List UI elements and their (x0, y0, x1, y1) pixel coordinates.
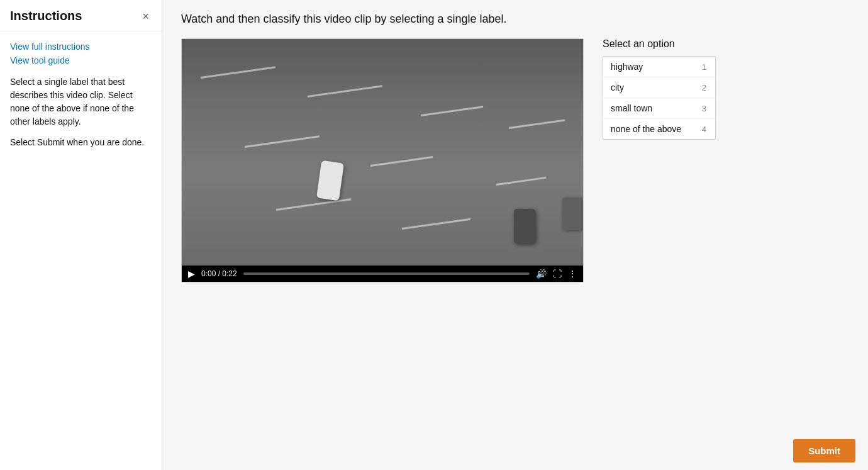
fullscreen-button[interactable]: ⛶ (553, 269, 562, 278)
view-tool-guide-link[interactable]: View tool guide (10, 55, 152, 65)
option-label-1: city (611, 82, 689, 92)
time-display: 0:00 / 0:22 (201, 269, 237, 278)
sidebar: Instructions × View full instructions Vi… (0, 0, 162, 470)
instruction-paragraph-1: Select a single label that best describe… (10, 76, 152, 128)
lane-line (509, 119, 565, 128)
video-frame[interactable] (182, 39, 584, 266)
car-2 (514, 209, 535, 243)
sidebar-header: Instructions × (0, 0, 162, 31)
video-controls: ▶ 0:00 / 0:22 🔊 ⛶ ⋮ (182, 266, 583, 282)
car-3 (562, 198, 582, 230)
option-label-0: highway (611, 62, 689, 72)
option-number-3: 4 (702, 125, 706, 134)
option-label-3: none of the above (611, 124, 689, 134)
option-item-highway[interactable]: highway1 (603, 57, 715, 77)
sidebar-title: Instructions (10, 9, 82, 23)
option-number-1: 2 (702, 83, 706, 92)
option-item-city[interactable]: city2 (603, 77, 715, 98)
lane-line (421, 106, 483, 116)
video-and-options: ▶ 0:00 / 0:22 🔊 ⛶ ⋮ (181, 38, 849, 283)
submit-button[interactable]: Submit (793, 439, 855, 462)
sidebar-instructions: Select a single label that best describe… (0, 73, 162, 167)
main-content: Watch and then classify this video clip … (162, 0, 868, 470)
car-1 (316, 160, 344, 201)
sidebar-links: View full instructions View tool guide (0, 31, 162, 73)
fullscreen-icon: ⛶ (553, 269, 562, 279)
options-title: Select an option (603, 38, 675, 50)
options-panel: Select an option highway1city2small town… (603, 38, 716, 140)
lane-line (276, 198, 351, 211)
options-list: highway1city2small town3none of the abov… (603, 56, 716, 140)
option-item-none-of-the-above[interactable]: none of the above4 (603, 119, 715, 139)
more-icon: ⋮ (568, 269, 577, 279)
instruction-paragraph-2: Select Submit when you are done. (10, 136, 152, 149)
play-button[interactable]: ▶ (188, 269, 195, 278)
main-layout: Instructions × View full instructions Vi… (0, 0, 868, 470)
lane-line (245, 135, 320, 148)
road-background (182, 39, 584, 266)
lane-line (402, 218, 470, 230)
progress-bar[interactable] (243, 272, 530, 275)
play-icon: ▶ (188, 269, 195, 279)
option-label-2: small town (611, 103, 689, 113)
lane-line (308, 85, 382, 98)
volume-button[interactable]: 🔊 (536, 269, 547, 278)
view-full-instructions-link[interactable]: View full instructions (10, 42, 152, 52)
option-item-small-town[interactable]: small town3 (603, 98, 715, 119)
lane-line (370, 156, 433, 167)
video-container: ▶ 0:00 / 0:22 🔊 ⛶ ⋮ (181, 38, 584, 283)
option-number-2: 3 (702, 104, 706, 113)
submit-area: Submit (781, 432, 868, 470)
lane-line (201, 66, 275, 79)
more-options-button[interactable]: ⋮ (568, 269, 577, 278)
lane-line (496, 177, 547, 186)
option-number-0: 1 (702, 62, 706, 72)
main-question: Watch and then classify this video clip … (181, 13, 849, 26)
volume-icon: 🔊 (536, 269, 547, 279)
close-button[interactable]: × (140, 9, 152, 23)
